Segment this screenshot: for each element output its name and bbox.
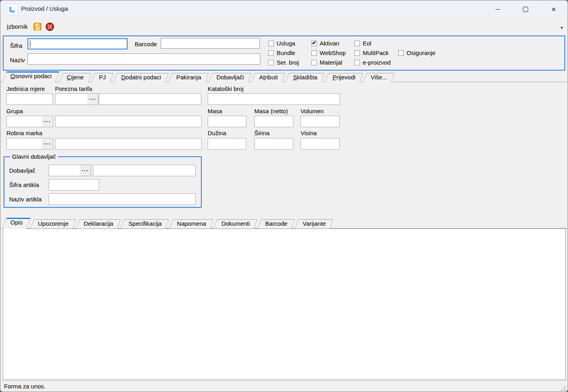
minimize-icon <box>495 9 500 10</box>
naziv-input[interactable] <box>28 53 260 65</box>
tab-dobavljaci[interactable]: Dobavljači <box>210 73 250 82</box>
sirina-input[interactable] <box>254 138 293 150</box>
cancel-button[interactable] <box>45 22 55 32</box>
checkbox-webshop[interactable]: WebShop <box>311 50 346 56</box>
checkbox-box[interactable] <box>268 41 274 46</box>
checkbox-label: e-proizvod <box>363 59 391 66</box>
checkbox-usluga[interactable]: Usluga <box>268 40 299 46</box>
tab-prijevodi[interactable]: Prijevodi <box>326 73 362 82</box>
opis-textarea[interactable] <box>3 229 566 380</box>
tab-opis[interactable]: Opis <box>4 218 29 229</box>
checkbox-ser-broj[interactable]: Ser. broj <box>268 59 299 65</box>
close-button[interactable]: ✕ <box>544 3 563 16</box>
maximize-button[interactable] <box>516 3 535 16</box>
close-icon: ✕ <box>551 6 556 12</box>
checkbox-box[interactable] <box>268 60 274 65</box>
menu-label-post: zbornik <box>8 23 28 30</box>
checkbox-box[interactable]: ✔ <box>311 41 317 46</box>
tab-dokumenti[interactable]: Dokumenti <box>215 219 256 229</box>
porezna-tarifa-name-input[interactable] <box>99 93 201 105</box>
robna-marka-lookup[interactable]: ··· <box>6 138 53 150</box>
checkbox-box[interactable] <box>354 41 360 46</box>
tab-skladista[interactable]: Skladišta <box>287 73 323 82</box>
tab-osnovni-podaci[interactable]: Osnovni podaci <box>4 71 57 82</box>
barcode-label: Barcode <box>135 41 157 47</box>
visina-label: Visina <box>301 130 317 136</box>
dobavljac-name-input[interactable] <box>93 165 196 176</box>
naziv-artikla-input[interactable] <box>49 193 196 205</box>
tab-pakiranja[interactable]: Pakiranja <box>170 73 207 82</box>
kataloski-broj-label: Kataloški broj <box>208 85 244 92</box>
jedinica-mjere-input[interactable] <box>6 93 53 105</box>
checkbox-box[interactable] <box>268 50 274 56</box>
tab-access-key: S <box>293 74 297 81</box>
tab-label: Dokumenti <box>221 220 250 227</box>
grupa-lookup[interactable]: ··· <box>6 116 53 127</box>
title-bar[interactable]: Proizvod / Usluga ✕ <box>0 0 568 18</box>
tab-atributi[interactable]: Atributi <box>253 73 284 82</box>
checkbox-osiguranje[interactable]: Osiguranje <box>398 50 436 56</box>
porezna-tarifa-lookup[interactable]: ··· <box>55 93 98 105</box>
status-bar: Forma za unos. <box>0 380 568 392</box>
checkbox-bundle[interactable]: Bundle <box>268 50 299 56</box>
checkbox-eol[interactable]: Eol <box>354 40 391 46</box>
robna-marka-ellipsis-button[interactable]: ··· <box>42 138 53 149</box>
tab-dodatni-podaci[interactable]: Dodatni podaci <box>115 73 167 82</box>
jedinica-mjere-label: Jedinica mjere <box>6 85 45 92</box>
dobavljac-lookup[interactable]: ··· <box>49 165 91 176</box>
save-button[interactable] <box>33 22 42 32</box>
robna-marka-name-input[interactable] <box>55 138 202 150</box>
tab-upozorenje[interactable]: Upozorenje <box>32 219 75 229</box>
checkbox-e-proizvod[interactable]: e-proizvod <box>354 59 391 65</box>
checkbox-label: Usluga <box>277 40 295 47</box>
header-panel: Šifra Barcode Naziv Usluga Bundle Ser. b… <box>3 35 565 71</box>
robna-marka-label: Robna marka <box>6 130 42 136</box>
menu-izbornik[interactable]: Izbornik <box>5 22 29 31</box>
tab-specifikacija[interactable]: Specifikacija <box>122 219 167 229</box>
tab-vise[interactable]: Više... <box>365 73 393 82</box>
tab-varijante[interactable]: Varijante <box>297 219 332 229</box>
tab-label: Osnovni podaci <box>10 73 51 79</box>
checkbox-label: Materijal <box>320 59 342 66</box>
checkbox-aktivan[interactable]: ✔ Aktivan <box>311 40 346 46</box>
checkbox-column-4: Osiguranje <box>398 50 436 59</box>
glavni-dobavljac-group: Glavni dobavljač Dobavljač ··· Šifra art… <box>4 156 202 208</box>
tab-access-key: P <box>332 74 336 81</box>
visina-input[interactable] <box>301 138 340 150</box>
toolbar-overflow-arrow[interactable]: ▾ <box>560 25 563 30</box>
checkbox-materijal[interactable]: Materijal <box>311 59 346 65</box>
barcode-input[interactable] <box>161 38 260 49</box>
checkbox-box[interactable] <box>354 60 360 65</box>
checkbox-box[interactable] <box>311 50 317 56</box>
sifra-artikla-label: Šifra artikla <box>9 181 39 188</box>
tab-napomena[interactable]: Napomena <box>171 219 212 229</box>
duzina-input[interactable] <box>208 138 246 150</box>
tab-label: Upozorenje <box>38 220 69 227</box>
checkbox-box[interactable] <box>398 50 404 56</box>
tab-cijene[interactable]: Cijene <box>61 73 90 82</box>
checkbox-column-1: Usluga Bundle Ser. broj <box>268 40 299 69</box>
tab-access-key: C <box>67 74 71 81</box>
kataloski-broj-input[interactable] <box>208 93 340 105</box>
porezna-tarifa-label: Porezna tarifa <box>55 85 92 92</box>
masa-netto-label: Masa (netto) <box>254 108 288 114</box>
checkbox-multipack[interactable]: MultiPack <box>354 50 391 56</box>
tab-barcode[interactable]: Barcode <box>259 219 293 229</box>
sifra-input[interactable] <box>28 38 128 49</box>
checkbox-box[interactable] <box>311 60 317 65</box>
resize-grip-icon[interactable] <box>560 386 566 391</box>
checkbox-box[interactable] <box>354 50 360 56</box>
checkbox-label: Eol <box>363 40 371 47</box>
grupa-name-input[interactable] <box>55 116 202 127</box>
group-legend: Glavni dobavljač <box>10 153 58 160</box>
tab-pj[interactable]: PJ <box>93 73 112 82</box>
sifra-artikla-input[interactable] <box>49 179 99 191</box>
tab-deklaracija[interactable]: Deklaracija <box>78 219 119 229</box>
porezna-tarifa-ellipsis-button[interactable]: ··· <box>87 94 98 104</box>
grupa-ellipsis-button[interactable]: ··· <box>42 116 53 127</box>
masa-input[interactable] <box>208 116 246 127</box>
dobavljac-ellipsis-button[interactable]: ··· <box>80 165 90 176</box>
volumen-input[interactable] <box>301 116 340 127</box>
masa-netto-input[interactable] <box>254 116 293 127</box>
minimize-button[interactable] <box>489 3 507 16</box>
